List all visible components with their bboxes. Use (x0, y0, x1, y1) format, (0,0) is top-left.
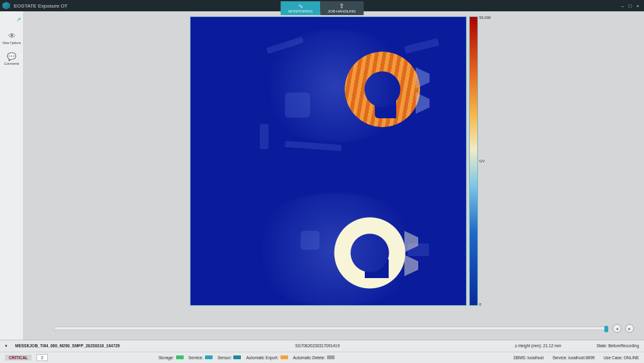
part-bottom-heatmap (332, 215, 408, 291)
app-logo-icon (3, 2, 10, 9)
collapse-sidebar-button[interactable]: ↗ (14, 15, 23, 24)
timeline-track[interactable] (54, 327, 609, 330)
tab-job-handling[interactable]: ⇧ JOB-HANDLING (320, 1, 364, 15)
tab-monitoring[interactable]: ∿ MONITORING (280, 1, 320, 15)
job-sg-id: SG70620230317091419 (295, 343, 340, 348)
timeline-prev-button[interactable]: ◂ (613, 324, 621, 333)
part-top-tab (416, 92, 430, 114)
app-title: EOSTATE Exposure OT (14, 3, 68, 9)
colorbar-min: 0 (479, 303, 481, 306)
tab-label: MONITORING (288, 9, 313, 13)
auto-delete-status: Automatic Delete: (293, 355, 335, 360)
auto-export-status: Automatic Export: (246, 355, 287, 360)
left-sidebar: ↗ 👁 View Options 💬 Comments (0, 11, 24, 340)
status-swatch-orange (280, 355, 288, 359)
eye-icon: 👁 (8, 31, 16, 40)
sidebar-item-label: Comments (4, 62, 19, 65)
main-tabs: ∿ MONITORING ⇧ JOB-HANDLING (280, 1, 364, 15)
state-status: State: BeforeRecording (596, 343, 639, 348)
status-swatch-teal (233, 355, 241, 359)
job-name: MESSEJOB_Ti64_060_M290_SMFP_20230316_164… (15, 343, 119, 348)
usecase-status: Use Case: ONLINE (604, 355, 639, 360)
colorbar-unit: GV (479, 159, 485, 163)
close-button[interactable]: × (634, 2, 641, 9)
part-top-tab (416, 67, 430, 89)
main-area: ↗ 👁 View Options 💬 Comments (0, 11, 644, 340)
dbms-status: DBMS: localhost (513, 355, 543, 360)
monitoring-icon: ∿ (298, 3, 303, 9)
minimize-button[interactable]: – (619, 2, 626, 9)
status-swatch-teal (205, 355, 213, 359)
status-footer: ▾ MESSEJOB_Ti64_060_M290_SMFP_20230316_1… (0, 340, 644, 363)
exposure-heatmap[interactable] (190, 16, 467, 306)
part-top-heatmap (345, 52, 420, 127)
sidebar-item-label: View Options (3, 42, 21, 45)
heatmap-container: 55.000 GV 0 (190, 16, 478, 306)
service-host-status: Service: localhost:8899 (552, 355, 594, 360)
color-scale: 55.000 GV 0 (469, 16, 478, 306)
status-swatch-green (176, 355, 184, 359)
layer-viewer[interactable]: 55.000 GV 0 ◂ ▸ (24, 11, 644, 340)
timeline-thumb[interactable] (604, 326, 608, 332)
tab-label: JOB-HANDLING (328, 9, 356, 13)
critical-count: 2 (36, 354, 48, 361)
timeline-next-button[interactable]: ▸ (625, 324, 634, 333)
job-expand-toggle[interactable]: ▾ (5, 343, 10, 349)
maximize-button[interactable]: □ (626, 2, 634, 9)
colorbar-max: 55.000 (479, 16, 491, 20)
storage-status: Storage: (158, 355, 184, 360)
upload-icon: ⇧ (339, 3, 344, 9)
sidebar-item-view-options[interactable]: 👁 View Options (3, 31, 21, 45)
sidebar-item-comments[interactable]: 💬 Comments (4, 52, 19, 65)
service-status: Service: (189, 355, 213, 360)
z-height-status: z-Height (mm): 21.12 mm (515, 343, 562, 348)
comment-icon: 💬 (7, 52, 16, 61)
status-swatch-grey (327, 355, 335, 359)
sensor-status: Sensor: (218, 355, 241, 360)
layer-timeline: ◂ ▸ (54, 325, 634, 332)
critical-badge[interactable]: CRITICAL (5, 355, 31, 360)
